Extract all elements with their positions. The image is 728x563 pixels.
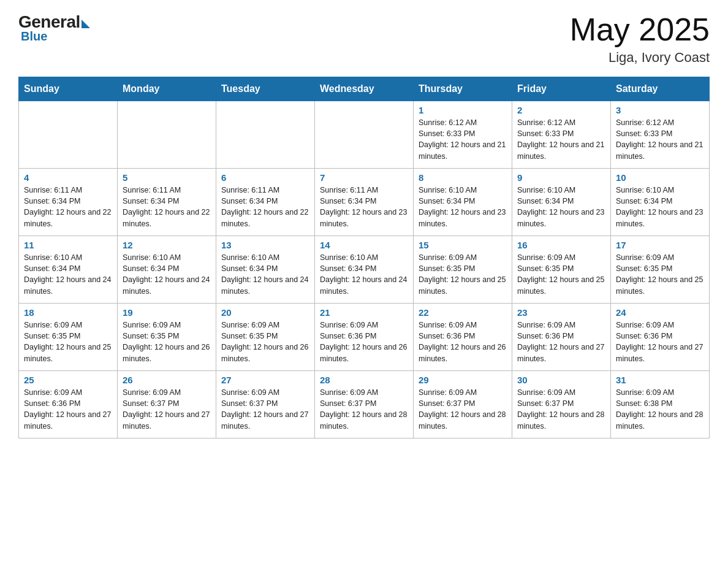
day-number: 26 [123,375,211,385]
day-info: Sunrise: 6:10 AMSunset: 6:34 PMDaylight:… [221,252,309,297]
day-number: 23 [517,307,605,318]
day-number: 5 [123,172,211,183]
day-info: Sunrise: 6:11 AMSunset: 6:34 PMDaylight:… [320,185,408,229]
calendar-table: SundayMondayTuesdayWednesdayThursdayFrid… [18,77,710,439]
day-number: 18 [24,307,112,318]
day-info: Sunrise: 6:09 AMSunset: 6:36 PMDaylight:… [320,320,408,364]
day-info: Sunrise: 6:10 AMSunset: 6:34 PMDaylight:… [123,252,211,297]
day-info: Sunrise: 6:10 AMSunset: 6:34 PMDaylight:… [616,185,704,229]
weekday-header-friday: Friday [512,77,611,101]
day-info: Sunrise: 6:10 AMSunset: 6:34 PMDaylight:… [24,252,112,297]
calendar-cell: 25Sunrise: 6:09 AMSunset: 6:36 PMDayligh… [19,371,118,439]
calendar-cell: 1Sunrise: 6:12 AMSunset: 6:33 PMDaylight… [414,101,512,169]
day-info: Sunrise: 6:09 AMSunset: 6:35 PMDaylight:… [221,320,309,364]
week-row-4: 18Sunrise: 6:09 AMSunset: 6:35 PMDayligh… [19,304,710,371]
day-number: 13 [221,240,309,250]
calendar-cell: 12Sunrise: 6:10 AMSunset: 6:34 PMDayligh… [118,236,216,304]
calendar-cell: 18Sunrise: 6:09 AMSunset: 6:35 PMDayligh… [19,304,118,371]
calendar-cell: 31Sunrise: 6:09 AMSunset: 6:38 PMDayligh… [611,371,710,439]
day-number: 3 [616,105,704,115]
calendar-cell: 14Sunrise: 6:10 AMSunset: 6:34 PMDayligh… [315,236,414,304]
day-number: 31 [616,375,704,385]
calendar-cell: 4Sunrise: 6:11 AMSunset: 6:34 PMDaylight… [19,169,118,236]
day-number: 19 [123,307,211,318]
day-info: Sunrise: 6:12 AMSunset: 6:33 PMDaylight:… [419,117,507,162]
calendar-cell: 10Sunrise: 6:10 AMSunset: 6:34 PMDayligh… [611,169,710,236]
day-number: 15 [419,240,507,250]
day-number: 10 [616,172,704,183]
page-header: General Blue May 2025 Liga, Ivory Coast [18,12,710,66]
day-info: Sunrise: 6:10 AMSunset: 6:34 PMDaylight:… [419,185,507,229]
weekday-header-sunday: Sunday [19,77,118,101]
day-info: Sunrise: 6:09 AMSunset: 6:35 PMDaylight:… [517,252,605,297]
calendar-cell: 15Sunrise: 6:09 AMSunset: 6:35 PMDayligh… [414,236,512,304]
logo: General Blue [18,12,90,44]
day-number: 8 [419,172,507,183]
month-year-title: May 2025 [570,12,710,47]
day-number: 6 [221,172,309,183]
day-info: Sunrise: 6:12 AMSunset: 6:33 PMDaylight:… [517,117,605,162]
day-number: 22 [419,307,507,318]
day-info: Sunrise: 6:09 AMSunset: 6:35 PMDaylight:… [123,320,211,364]
day-info: Sunrise: 6:11 AMSunset: 6:34 PMDaylight:… [24,185,112,229]
day-number: 28 [320,375,408,385]
calendar-cell: 26Sunrise: 6:09 AMSunset: 6:37 PMDayligh… [118,371,216,439]
calendar-cell: 5Sunrise: 6:11 AMSunset: 6:34 PMDaylight… [118,169,216,236]
calendar-cell: 19Sunrise: 6:09 AMSunset: 6:35 PMDayligh… [118,304,216,371]
day-info: Sunrise: 6:10 AMSunset: 6:34 PMDaylight:… [517,185,605,229]
day-number: 7 [320,172,408,183]
calendar-cell: 27Sunrise: 6:09 AMSunset: 6:37 PMDayligh… [216,371,315,439]
calendar-cell: 21Sunrise: 6:09 AMSunset: 6:36 PMDayligh… [315,304,414,371]
day-number: 24 [616,307,704,318]
week-row-3: 11Sunrise: 6:10 AMSunset: 6:34 PMDayligh… [19,236,710,304]
calendar-cell: 16Sunrise: 6:09 AMSunset: 6:35 PMDayligh… [512,236,611,304]
day-info: Sunrise: 6:10 AMSunset: 6:34 PMDaylight:… [320,252,408,297]
day-number: 25 [24,375,112,385]
week-row-5: 25Sunrise: 6:09 AMSunset: 6:36 PMDayligh… [19,371,710,439]
day-number: 9 [517,172,605,183]
location-subtitle: Liga, Ivory Coast [570,50,710,66]
day-info: Sunrise: 6:09 AMSunset: 6:35 PMDaylight:… [419,252,507,297]
day-info: Sunrise: 6:11 AMSunset: 6:34 PMDaylight:… [221,185,309,229]
day-info: Sunrise: 6:09 AMSunset: 6:37 PMDaylight:… [221,387,309,432]
day-number: 27 [221,375,309,385]
day-info: Sunrise: 6:09 AMSunset: 6:37 PMDaylight:… [419,387,507,432]
calendar-cell: 29Sunrise: 6:09 AMSunset: 6:37 PMDayligh… [414,371,512,439]
calendar-cell: 30Sunrise: 6:09 AMSunset: 6:37 PMDayligh… [512,371,611,439]
calendar-cell [216,101,315,169]
calendar-cell: 13Sunrise: 6:10 AMSunset: 6:34 PMDayligh… [216,236,315,304]
day-info: Sunrise: 6:12 AMSunset: 6:33 PMDaylight:… [616,117,704,162]
week-row-1: 1Sunrise: 6:12 AMSunset: 6:33 PMDaylight… [19,101,710,169]
title-block: May 2025 Liga, Ivory Coast [570,12,710,66]
day-info: Sunrise: 6:09 AMSunset: 6:36 PMDaylight:… [616,320,704,364]
day-info: Sunrise: 6:09 AMSunset: 6:37 PMDaylight:… [320,387,408,432]
day-number: 11 [24,240,112,250]
weekday-header-tuesday: Tuesday [216,77,315,101]
calendar-cell [315,101,414,169]
weekday-header-saturday: Saturday [611,77,710,101]
day-number: 21 [320,307,408,318]
day-number: 30 [517,375,605,385]
calendar-cell: 2Sunrise: 6:12 AMSunset: 6:33 PMDaylight… [512,101,611,169]
calendar-cell: 23Sunrise: 6:09 AMSunset: 6:36 PMDayligh… [512,304,611,371]
calendar-cell [19,101,118,169]
day-number: 16 [517,240,605,250]
week-row-2: 4Sunrise: 6:11 AMSunset: 6:34 PMDaylight… [19,169,710,236]
weekday-header-wednesday: Wednesday [315,77,414,101]
calendar-cell: 17Sunrise: 6:09 AMSunset: 6:35 PMDayligh… [611,236,710,304]
calendar-cell: 7Sunrise: 6:11 AMSunset: 6:34 PMDaylight… [315,169,414,236]
day-number: 1 [419,105,507,115]
day-number: 2 [517,105,605,115]
day-info: Sunrise: 6:09 AMSunset: 6:36 PMDaylight:… [419,320,507,364]
calendar-cell: 9Sunrise: 6:10 AMSunset: 6:34 PMDaylight… [512,169,611,236]
day-info: Sunrise: 6:09 AMSunset: 6:36 PMDaylight:… [24,387,112,432]
calendar-cell: 11Sunrise: 6:10 AMSunset: 6:34 PMDayligh… [19,236,118,304]
logo-blue-text: Blue [21,29,47,44]
weekday-header-row: SundayMondayTuesdayWednesdayThursdayFrid… [19,77,710,101]
calendar-cell: 20Sunrise: 6:09 AMSunset: 6:35 PMDayligh… [216,304,315,371]
weekday-header-monday: Monday [118,77,216,101]
day-info: Sunrise: 6:09 AMSunset: 6:35 PMDaylight:… [616,252,704,297]
calendar-cell: 3Sunrise: 6:12 AMSunset: 6:33 PMDaylight… [611,101,710,169]
day-number: 17 [616,240,704,250]
day-info: Sunrise: 6:09 AMSunset: 6:35 PMDaylight:… [24,320,112,364]
